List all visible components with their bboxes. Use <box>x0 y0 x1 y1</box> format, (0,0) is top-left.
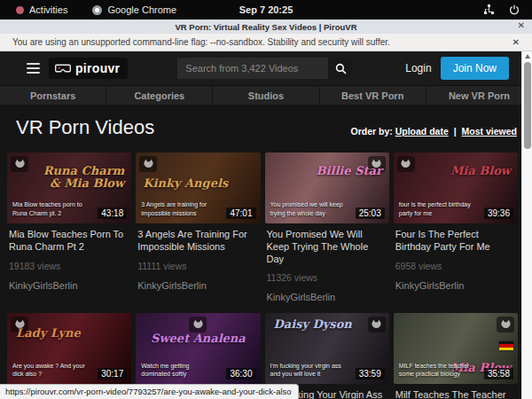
scrollbar-thumb[interactable] <box>524 62 531 149</box>
video-thumbnail[interactable]: Billie Star You promised we will keep tr… <box>265 153 389 223</box>
focused-app-indicator[interactable]: Google Chrome <box>92 4 176 15</box>
video-thumbnail[interactable]: Daisy Dyson I'm fucking your virgin ass … <box>265 313 389 384</box>
search-button[interactable] <box>328 58 353 79</box>
warning-dismiss-icon[interactable]: ✕ <box>512 37 520 47</box>
video-thumbnail[interactable]: Mia Blow MILF teaches the teacher some p… <box>394 313 518 384</box>
video-title[interactable]: You Promised We Will Keep Trying The Who… <box>267 229 387 265</box>
thumbnail-overlay-subtitle: Watch me getting dominated softly <box>141 362 219 379</box>
nav-item-pornstars[interactable]: Pornstars <box>0 86 106 105</box>
thumbnail-overlay-subtitle: four is the perfect birthday party for m… <box>399 200 477 218</box>
menu-icon[interactable] <box>27 63 40 74</box>
site-header: pirouvr Login Join Now <box>0 51 532 85</box>
thumbnail-overlay-title: Mia Blow <box>450 165 511 177</box>
video-thumbnail[interactable]: Runa Charm & Mia Blow Mia Blow teaches p… <box>7 153 131 223</box>
thumbnail-overlay-title: Kinky Angels <box>143 177 228 190</box>
nav-item-studios[interactable]: Studios <box>212 86 318 105</box>
video-title[interactable]: Mia Blow Teaches Porn To Runa Charm Pt 2 <box>9 229 129 254</box>
studio-link[interactable]: KinkyGirlsBerlin <box>9 280 129 291</box>
thumbnail-overlay-subtitle: MILF teaches the teacher some practical … <box>399 362 477 379</box>
search-icon <box>335 63 347 74</box>
duration-badge: 47:01 <box>226 207 255 219</box>
thumbnail-overlay-subtitle: Are you awake ? And your dick also ? <box>12 362 90 379</box>
duration-badge: 36:30 <box>226 368 255 379</box>
status-bar-url: https://pirouvr.com/vr-porn-video/779325… <box>0 384 299 399</box>
tab-title: VR Porn: Virtual Reality Sex Videos | Pi… <box>175 22 356 32</box>
thumbnail-overlay-title: Runa Charm & Mia Blow <box>35 165 124 189</box>
duration-badge: 35:58 <box>484 368 513 379</box>
join-now-button[interactable]: Join Now <box>441 57 509 80</box>
page-scrollbar[interactable] <box>521 51 532 399</box>
main-nav: Pornstars Categories Studios Best VR Por… <box>0 85 532 105</box>
vr-goggles-icon <box>55 64 71 74</box>
video-title[interactable]: 3 Angels Are Training For Impossible Mis… <box>137 229 258 254</box>
thumbnail-overlay-subtitle: 3 Angels are training for impossible mis… <box>141 200 219 218</box>
cat-mask-icon <box>497 317 514 332</box>
duration-badge: 39:36 <box>484 207 513 219</box>
page-title: VR Porn Videos <box>16 116 154 139</box>
window-close-icon[interactable]: ✕ <box>518 20 525 30</box>
thumbnail-overlay-title: Sweet Analena <box>136 332 260 345</box>
system-top-bar: Activities Google Chrome Sep 7 20:25 <box>0 0 532 20</box>
studio-link[interactable]: KinkyGirlsBerlin <box>267 292 387 302</box>
network-icon[interactable] <box>483 4 495 15</box>
thumbnail-overlay-title: Billie Star <box>317 165 382 177</box>
order-by-controls: Order by: Upload date | Most viewed <box>350 126 517 139</box>
power-icon[interactable] <box>509 4 520 15</box>
video-card[interactable]: Kinky Angels 3 Angels are training for i… <box>136 153 260 302</box>
thumbnail-overlay-subtitle: Mia Blow teaches porn to Runa Charm pt. … <box>12 200 90 218</box>
video-card[interactable]: Runa Charm & Mia Blow Mia Blow teaches p… <box>7 153 131 302</box>
nav-item-categories[interactable]: Categories <box>106 86 212 105</box>
thumbnail-overlay-title: Lady Lyne <box>16 327 81 340</box>
video-card[interactable]: Mia Blow four is the perfect birthday pa… <box>394 153 518 302</box>
search-input[interactable] <box>177 58 328 79</box>
page-viewport: pirouvr Login Join Now Pornstars Categor… <box>0 51 532 399</box>
video-card[interactable]: Mia Blow MILF teaches the teacher some p… <box>394 313 518 399</box>
activities-dot-icon <box>16 6 24 14</box>
duration-badge: 33:59 <box>356 368 385 379</box>
cat-mask-icon <box>397 156 415 172</box>
german-flag-icon <box>499 341 513 350</box>
view-count: 6958 views <box>395 261 516 271</box>
browser-title-bar: VR Porn: Virtual Reality Sex Videos | Pi… <box>0 20 532 34</box>
order-most-viewed-link[interactable]: Most viewed <box>462 126 517 137</box>
video-title[interactable]: Four Is The Perfect Birthday Party For M… <box>395 229 516 254</box>
site-logo[interactable]: pirouvr <box>49 58 128 79</box>
order-by-label: Order by: <box>350 126 392 137</box>
activities-button[interactable]: Activities <box>16 4 67 15</box>
thumbnail-overlay-subtitle: I'm fucking your virgin ass and you will… <box>270 362 348 379</box>
unsupported-flag-warning-bar: You are using an unsupported command-lin… <box>0 34 532 51</box>
video-card[interactable]: Billie Star You promised we will keep tr… <box>265 153 389 302</box>
clock[interactable]: Sep 7 20:25 <box>239 4 293 15</box>
login-link[interactable]: Login <box>405 62 431 74</box>
duration-badge: 43:18 <box>98 207 127 219</box>
thumbnail-overlay-subtitle: You promised we will keep trying the who… <box>270 200 348 218</box>
cat-mask-icon <box>189 317 207 332</box>
view-count: 19183 views <box>9 261 129 271</box>
view-count: 11326 views <box>267 272 387 283</box>
studio-link[interactable]: KinkyGirlsBerlin <box>395 280 516 291</box>
order-separator: | <box>451 126 459 137</box>
search-bar <box>177 58 353 79</box>
video-thumbnail[interactable]: Sweet Analena Watch me getting dominated… <box>136 313 260 384</box>
cat-mask-icon <box>139 156 157 172</box>
nav-item-new-vr-porn[interactable]: New VR Porn <box>426 86 532 105</box>
cat-mask-icon <box>11 156 28 172</box>
video-thumbnail[interactable]: Mia Blow four is the perfect birthday pa… <box>394 153 518 223</box>
nav-item-best-vr-porn[interactable]: Best VR Porn <box>319 86 426 105</box>
view-count: 11111 views <box>137 261 258 271</box>
studio-link[interactable]: KinkyGirlsBerlin <box>137 280 258 291</box>
logo-text: pirouvr <box>75 61 120 75</box>
cat-mask-icon <box>368 317 386 332</box>
scrollbar-up-arrow-icon[interactable] <box>525 54 530 59</box>
video-title[interactable]: Milf Teaches The Teacher Some Practical … <box>395 389 516 399</box>
video-thumbnail[interactable]: Kinky Angels 3 Angels are training for i… <box>136 153 260 223</box>
thumbnail-overlay-title: Daisy Dyson <box>274 318 352 331</box>
duration-badge: 25:03 <box>356 207 385 219</box>
warning-text: You are using an unsupported command-lin… <box>12 37 390 47</box>
video-thumbnail[interactable]: Lady Lyne Are you awake ? And your dick … <box>7 313 131 384</box>
duration-badge: 30:17 <box>98 368 127 379</box>
order-upload-date-link[interactable]: Upload date <box>395 126 449 137</box>
video-grid: Runa Charm & Mia Blow Mia Blow teaches p… <box>7 153 518 399</box>
chrome-icon <box>92 5 102 15</box>
activities-label: Activities <box>29 4 67 15</box>
